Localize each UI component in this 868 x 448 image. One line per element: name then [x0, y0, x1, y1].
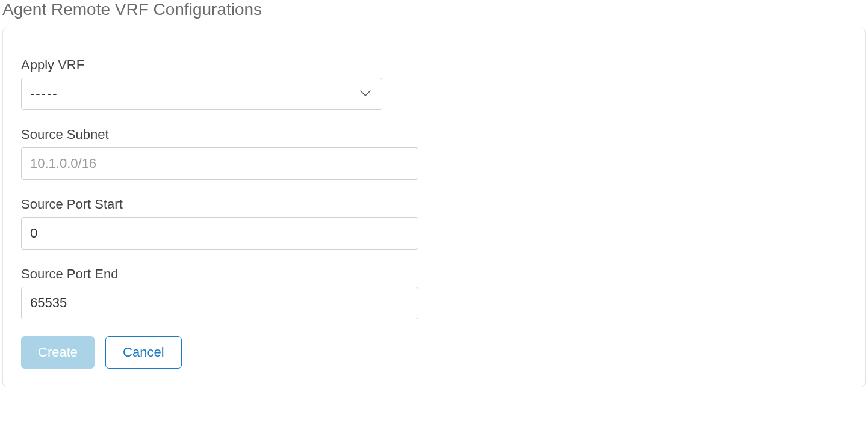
- apply-vrf-label: Apply VRF: [21, 57, 847, 73]
- create-button[interactable]: Create: [21, 336, 95, 369]
- source-subnet-input[interactable]: [21, 147, 418, 180]
- page-title: Agent Remote VRF Configurations: [2, 0, 868, 19]
- field-source-port-start: Source Port Start: [21, 197, 847, 250]
- apply-vrf-select-wrapper: -----: [21, 78, 382, 110]
- button-row: Create Cancel: [21, 336, 847, 369]
- source-port-start-label: Source Port Start: [21, 197, 847, 212]
- cancel-button[interactable]: Cancel: [105, 336, 181, 369]
- field-source-subnet: Source Subnet: [21, 127, 847, 180]
- apply-vrf-select[interactable]: -----: [21, 78, 382, 110]
- form-panel: Apply VRF ----- Source Subnet Source Por…: [2, 28, 866, 387]
- field-source-port-end: Source Port End: [21, 266, 847, 319]
- field-apply-vrf: Apply VRF -----: [21, 57, 847, 110]
- source-port-end-input[interactable]: [21, 287, 418, 319]
- source-subnet-label: Source Subnet: [21, 127, 847, 143]
- source-port-end-label: Source Port End: [21, 266, 847, 282]
- source-port-start-input[interactable]: [21, 217, 418, 250]
